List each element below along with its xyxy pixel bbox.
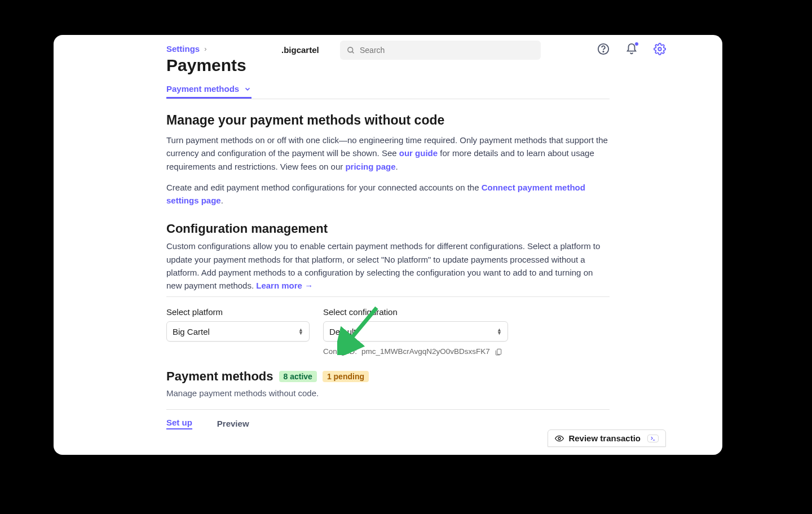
config-paragraph: Custom configurations allow you to enabl… <box>166 240 610 292</box>
svg-point-0 <box>348 47 353 52</box>
review-transactions-button[interactable]: Review transactio <box>548 429 666 447</box>
configuration-select[interactable]: Default ▲▼ <box>323 321 508 342</box>
tab-label: Payment methods <box>166 84 239 94</box>
svg-point-4 <box>658 47 661 51</box>
platform-col: Select platform Big Cartel ▲▼ <box>166 307 310 356</box>
chevron-down-icon <box>244 85 251 93</box>
text: Custom configurations allow you to enabl… <box>166 241 600 290</box>
svg-point-6 <box>558 437 561 440</box>
badge-active: 8 active <box>279 371 317 382</box>
gear-icon[interactable] <box>654 43 666 55</box>
search-icon <box>347 46 355 55</box>
terminal-icon <box>647 435 659 442</box>
breadcrumb-settings-link[interactable]: Settings <box>166 44 200 54</box>
chevron-right-icon: › <box>204 45 206 53</box>
search-input[interactable] <box>360 46 534 55</box>
review-label: Review transactio <box>568 433 641 443</box>
configuration-col: Select configuration Default ▲▼ Config I… <box>323 307 508 356</box>
config-heading: Configuration management <box>166 221 610 236</box>
clipboard-icon[interactable] <box>495 348 502 356</box>
svg-rect-5 <box>497 349 501 354</box>
svg-point-3 <box>603 51 603 52</box>
payment-methods-sub: Manage payment methods without code. <box>166 388 610 398</box>
learn-more-link[interactable]: Learn more → <box>256 281 313 290</box>
config-id-row: Config ID: pmc_1MWBcrAvgqN2yO0vBDsxsFK7 <box>323 347 508 356</box>
updown-icon: ▲▼ <box>298 328 303 335</box>
bottom-tabs: Set up Preview <box>166 409 610 429</box>
config-id-value: pmc_1MWBcrAvgqN2yO0vBDsxsFK7 <box>361 347 490 356</box>
platform-select[interactable]: Big Cartel ▲▼ <box>166 321 310 342</box>
tab-setup[interactable]: Set up <box>166 418 192 429</box>
platform-label: Select platform <box>166 307 310 317</box>
notifications-icon[interactable] <box>625 43 638 55</box>
notification-dot <box>634 42 639 46</box>
brand-label: .bigcartel <box>281 45 319 55</box>
our-guide-link[interactable]: our guide <box>399 148 438 158</box>
configuration-value: Default <box>329 327 356 336</box>
app-window: .bigcartel Settings › Payments P <box>54 35 722 455</box>
payment-methods-heading: Payment methods <box>166 369 273 384</box>
text: Create and edit payment method configura… <box>166 183 482 192</box>
eye-icon <box>555 434 564 443</box>
search-input-wrap[interactable] <box>340 41 541 60</box>
pricing-page-link[interactable]: pricing page <box>345 162 395 171</box>
manage-paragraph-1: Turn payment methods on or off with one … <box>166 134 610 173</box>
manage-heading: Manage your payment methods without code <box>166 113 610 128</box>
tab-payment-methods[interactable]: Payment methods <box>166 81 251 99</box>
payment-methods-header: Payment methods 8 active 1 pending <box>166 369 610 384</box>
updown-icon: ▲▼ <box>497 328 502 335</box>
topbar-icons <box>597 43 666 55</box>
tab-row: Payment methods <box>166 81 610 99</box>
badge-pending: 1 pending <box>323 371 369 382</box>
help-icon[interactable] <box>597 43 610 55</box>
tab-preview[interactable]: Preview <box>217 419 249 428</box>
content: Settings › Payments Payment methods Mana… <box>54 35 722 429</box>
selects-row: Select platform Big Cartel ▲▼ Select con… <box>166 296 610 356</box>
config-id-label: Config ID: <box>323 347 357 356</box>
svg-line-1 <box>352 51 354 53</box>
configuration-label: Select configuration <box>323 307 508 317</box>
text: . <box>396 162 398 171</box>
manage-paragraph-2: Create and edit payment method configura… <box>166 181 610 207</box>
platform-value: Big Cartel <box>173 327 210 336</box>
text: . <box>221 196 223 205</box>
